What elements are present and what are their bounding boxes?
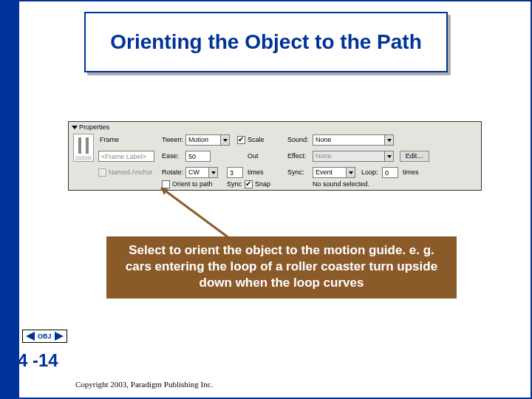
tab-collapse-icon bbox=[72, 126, 78, 129]
ease-input[interactable]: 50 bbox=[185, 151, 211, 162]
sound-label: Sound: bbox=[287, 136, 309, 143]
rotate-value: CW bbox=[188, 168, 200, 176]
left-accent-bar bbox=[1, 1, 19, 398]
effect-value: None bbox=[316, 152, 332, 160]
dropdown-arrow-icon bbox=[346, 168, 355, 177]
properties-tab-label: Properties bbox=[79, 123, 109, 131]
snap-label: Snap bbox=[255, 180, 270, 188]
tween-label: Tween: bbox=[162, 136, 183, 143]
rotate-times-label: times bbox=[248, 168, 264, 176]
nav-label: OBJ bbox=[38, 332, 52, 340]
out-label: Out bbox=[248, 152, 259, 160]
ease-label: Ease: bbox=[162, 152, 179, 160]
panel-row-3: Named Anchor Rotate: CW 3 times Sync: Ev… bbox=[73, 167, 477, 180]
effect-label: Effect: bbox=[287, 152, 306, 160]
sound-value: None bbox=[316, 136, 332, 143]
loop-input[interactable]: 0 bbox=[382, 167, 398, 178]
tween-dropdown[interactable]: Motion bbox=[185, 134, 230, 146]
frame-label-input[interactable]: <Frame Label> bbox=[98, 151, 154, 162]
page-number: 4 -14 bbox=[18, 350, 58, 371]
callout-box: Select to orient the object to the motio… bbox=[106, 236, 457, 299]
svg-line-0 bbox=[161, 188, 232, 240]
title-container: Orienting the Object to the Path bbox=[84, 12, 448, 72]
named-anchor-label: Named Anchor bbox=[109, 168, 153, 176]
loop-label: Loop: bbox=[361, 168, 378, 176]
sync-value: Event bbox=[316, 168, 332, 176]
dropdown-arrow-icon bbox=[384, 135, 393, 145]
no-sound-label: No sound selected. bbox=[313, 180, 369, 188]
orient-to-path-checkbox[interactable] bbox=[162, 180, 170, 188]
rotate-dropdown[interactable]: CW bbox=[185, 167, 218, 178]
effect-dropdown[interactable]: None bbox=[313, 151, 394, 162]
panel-row-1: Frame Tween: Motion Scale Sound: None bbox=[73, 134, 477, 148]
sound-dropdown[interactable]: None bbox=[313, 134, 394, 146]
slide-title: Orienting the Object to the Path bbox=[110, 31, 422, 52]
sync-anim-label: Sync bbox=[227, 180, 242, 188]
properties-panel: Properties Frame Tween: Motion Scale Sou… bbox=[68, 121, 482, 191]
dropdown-arrow-icon bbox=[220, 135, 229, 145]
loop-times-label: times bbox=[403, 168, 419, 176]
nav-next-button[interactable] bbox=[55, 332, 64, 341]
dropdown-arrow-icon bbox=[208, 168, 217, 177]
snap-checkbox[interactable] bbox=[245, 180, 253, 188]
scale-label: Scale bbox=[248, 136, 265, 143]
rotate-times-input[interactable]: 3 bbox=[227, 167, 243, 178]
edit-button[interactable]: Edit… bbox=[400, 151, 429, 162]
tween-value: Motion bbox=[188, 136, 208, 143]
sync-sound-label: Sync: bbox=[287, 168, 304, 176]
sync-dropdown[interactable]: Event bbox=[313, 167, 355, 178]
copyright: Copyright 2003, Paradigm Publishing Inc. bbox=[75, 380, 213, 389]
scale-checkbox[interactable] bbox=[237, 136, 245, 144]
rotate-label: Rotate: bbox=[162, 168, 183, 176]
panel-row-4: Orient to path Sync Snap No sound select… bbox=[73, 180, 477, 191]
nav-box: OBJ bbox=[22, 330, 67, 343]
panel-row-2: <Frame Label> Ease: 50 Out Effect: None … bbox=[73, 151, 477, 164]
frame-label: Frame bbox=[100, 136, 119, 143]
nav-prev-button[interactable] bbox=[26, 332, 35, 341]
title-body: Orienting the Object to the Path bbox=[84, 12, 448, 72]
orient-to-path-label: Orient to path bbox=[172, 180, 213, 188]
properties-tab[interactable]: Properties bbox=[72, 123, 109, 131]
named-anchor-checkbox[interactable] bbox=[98, 168, 106, 177]
slide: Orienting the Object to the Path Propert… bbox=[0, 0, 532, 399]
dropdown-arrow-icon bbox=[384, 151, 393, 161]
